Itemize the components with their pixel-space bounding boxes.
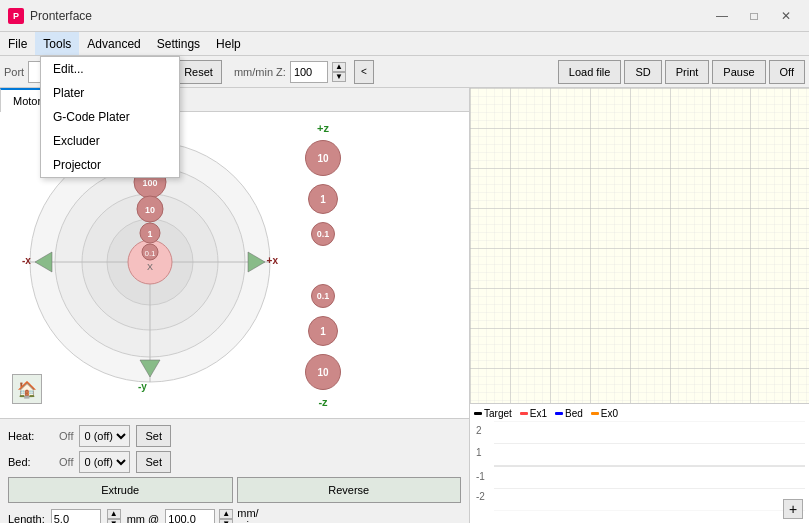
menu-help[interactable]: Help: [208, 32, 249, 55]
legend-target-dot: [474, 412, 482, 415]
legend-target: Target: [474, 408, 512, 419]
svg-rect-23: [470, 88, 809, 403]
heat-row: Heat: Off 0 (off) Set: [8, 425, 461, 447]
bed-select[interactable]: 0 (off): [79, 451, 130, 473]
extrude-row: Extrude Reverse: [8, 477, 461, 503]
menu-tools[interactable]: Tools: [35, 32, 79, 55]
y-label-2: 2: [476, 425, 482, 436]
length-up[interactable]: ▲: [107, 509, 121, 519]
z-up-10[interactable]: 1: [308, 184, 338, 214]
dropdown-plater[interactable]: Plater: [41, 81, 179, 105]
speed-label: mm/min Z:: [234, 66, 286, 78]
speed-input[interactable]: [165, 509, 215, 523]
chart-area: 2 1 -1 -2: [474, 421, 805, 511]
z-down-1[interactable]: 0.1: [311, 284, 335, 308]
x-neg-label: -x: [22, 255, 31, 266]
dropdown-gcode-plater[interactable]: G-Code Plater: [41, 105, 179, 129]
legend-bed-dot: [555, 412, 563, 415]
dropdown-excluder[interactable]: Excluder: [41, 129, 179, 153]
mm-label: mm @: [127, 513, 160, 523]
legend-ex1-dot: [520, 412, 528, 415]
svg-text:X: X: [147, 262, 153, 272]
z-down-100[interactable]: 10: [305, 354, 341, 390]
z-up-100[interactable]: 10: [305, 140, 341, 176]
length-down[interactable]: ▼: [107, 519, 121, 523]
y-label-1: 1: [476, 447, 482, 458]
length-row: Length: ▲ ▼ mm @ ▲ ▼ mm/min: [8, 507, 461, 523]
svg-text:1: 1: [147, 229, 152, 239]
length-input[interactable]: [51, 509, 101, 523]
z-speed-down[interactable]: ▼: [332, 72, 346, 82]
extrude-button[interactable]: Extrude: [8, 477, 233, 503]
svg-text:0.1: 0.1: [144, 249, 156, 258]
speed-spinner[interactable]: ▲ ▼: [219, 509, 233, 523]
pause-button[interactable]: Pause: [712, 60, 765, 84]
bed-set-button[interactable]: Set: [136, 451, 171, 473]
heat-select[interactable]: 0 (off): [79, 425, 130, 447]
bottom-controls: Heat: Off 0 (off) Set Bed: Off 0 (off) S…: [0, 418, 469, 523]
collapse-left-button[interactable]: <: [354, 60, 374, 84]
legend-ex1: Ex1: [520, 408, 547, 419]
legend-ex0: Ex0: [591, 408, 618, 419]
z-pos-label: +z: [317, 122, 329, 134]
heat-label: Heat:: [8, 430, 53, 442]
z-speed-input[interactable]: [290, 61, 328, 83]
bed-status: Off: [59, 456, 73, 468]
length-label: Length:: [8, 513, 45, 523]
off-button[interactable]: Off: [769, 60, 805, 84]
legend-row: Target Ex1 Bed Ex0: [474, 408, 805, 419]
sd-button[interactable]: SD: [624, 60, 661, 84]
speed-down[interactable]: ▼: [219, 519, 233, 523]
reset-button[interactable]: Reset: [175, 60, 222, 84]
menu-file[interactable]: File: [0, 32, 35, 55]
print-button[interactable]: Print: [665, 60, 710, 84]
x-pos-label: +x: [267, 255, 278, 266]
menu-bar: File Tools Advanced Settings Help Edit..…: [0, 32, 809, 56]
legend-bed: Bed: [555, 408, 583, 419]
grid-svg: [470, 88, 809, 403]
menu-settings[interactable]: Settings: [149, 32, 208, 55]
right-panel: >: [470, 88, 809, 523]
dropdown-projector[interactable]: Projector: [41, 153, 179, 177]
svg-text:10: 10: [145, 205, 155, 215]
menu-advanced[interactable]: Advanced: [79, 32, 148, 55]
maximize-button[interactable]: □: [739, 6, 769, 26]
dropdown-edit[interactable]: Edit...: [41, 57, 179, 81]
title-bar: P Pronterface — □ ✕: [0, 0, 809, 32]
bed-label: Bed:: [8, 456, 53, 468]
graph-bottom: Target Ex1 Bed Ex0 2 1 -1: [470, 403, 809, 523]
y-label-neg1: -1: [476, 471, 485, 482]
graph-plus-button[interactable]: +: [783, 499, 803, 519]
y-neg-label: -y: [138, 381, 147, 392]
right-toolbar: Load file SD Print Pause Off: [558, 60, 805, 84]
z-speed-spinner[interactable]: ▲ ▼: [332, 62, 346, 82]
legend-ex0-dot: [591, 412, 599, 415]
svg-text:100: 100: [142, 178, 157, 188]
z-controls: +z 10 1 0.1 0.1 1 10 -z: [300, 112, 346, 418]
app-title: Pronterface: [30, 9, 707, 23]
close-button[interactable]: ✕: [771, 6, 801, 26]
length-spinner[interactable]: ▲ ▼: [107, 509, 121, 523]
chart-svg: [494, 421, 805, 511]
tools-dropdown: Edit... Plater G-Code Plater Excluder Pr…: [40, 56, 180, 178]
z-speed-up[interactable]: ▲: [332, 62, 346, 72]
z-down-10[interactable]: 1: [308, 316, 338, 346]
window-controls: — □ ✕: [707, 6, 801, 26]
speed-up[interactable]: ▲: [219, 509, 233, 519]
y-label-neg2: -2: [476, 491, 485, 502]
app-icon: P: [8, 8, 24, 24]
z-up-1[interactable]: 0.1: [311, 222, 335, 246]
bed-row: Bed: Off 0 (off) Set: [8, 451, 461, 473]
load-file-button[interactable]: Load file: [558, 60, 622, 84]
graph-area: [470, 88, 809, 403]
heat-set-button[interactable]: Set: [136, 425, 171, 447]
port-label: Port: [4, 66, 24, 78]
heat-status: Off: [59, 430, 73, 442]
speed-unit: mm/min: [237, 507, 258, 523]
reverse-button[interactable]: Reverse: [237, 477, 462, 503]
speed-section: ▲ ▼ mm/min: [165, 507, 258, 523]
home-button[interactable]: 🏠: [12, 374, 42, 404]
z-neg-label: -z: [318, 396, 327, 408]
minimize-button[interactable]: —: [707, 6, 737, 26]
